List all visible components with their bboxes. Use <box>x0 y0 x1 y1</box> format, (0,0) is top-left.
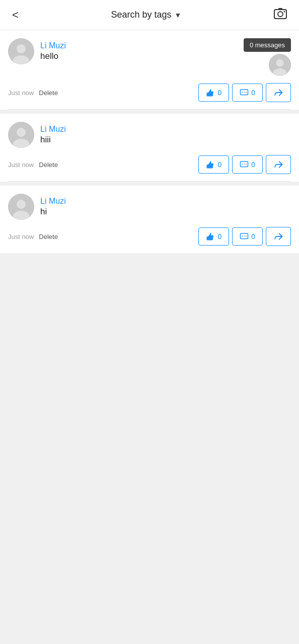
post-header: Li Muzi hi <box>8 194 291 220</box>
header-title-text: Search by tags <box>111 10 171 20</box>
post-username[interactable]: Li Muzi <box>40 41 66 50</box>
post-user-info: Li Muzi hiii <box>40 125 66 145</box>
post-card: Li Muzi hiii Just now Delete 0 <box>0 114 299 182</box>
svg-point-27 <box>246 235 247 236</box>
post-card: Li Muzi hello 0 messages Just now <box>0 30 299 110</box>
chevron-down-icon: ▼ <box>175 11 182 19</box>
post-feed: Li Muzi hello 0 messages Just now <box>0 30 299 253</box>
svg-point-11 <box>242 92 243 93</box>
comment-count: 0 <box>251 89 255 97</box>
svg-point-22 <box>17 200 26 209</box>
like-button[interactable]: 0 <box>198 155 229 174</box>
back-button[interactable]: < <box>8 5 23 26</box>
svg-point-3 <box>283 11 285 12</box>
post-actions: Just now Delete 0 0 <box>8 220 291 253</box>
comment-count: 0 <box>251 232 255 240</box>
like-count: 0 <box>217 89 221 97</box>
svg-point-19 <box>244 164 245 165</box>
like-button[interactable]: 0 <box>198 227 229 246</box>
svg-rect-2 <box>278 8 282 10</box>
like-count: 0 <box>217 232 221 240</box>
comment-count: 0 <box>251 160 255 169</box>
post-header-left: Li Muzi hi <box>8 194 66 220</box>
avatar <box>8 38 34 64</box>
post-user-info: Li Muzi hello <box>40 41 66 61</box>
svg-point-8 <box>276 59 284 67</box>
post-username[interactable]: Li Muzi <box>40 197 66 206</box>
avatar <box>8 194 34 220</box>
post-card: Li Muzi hi Just now Delete 0 <box>0 186 299 253</box>
post-actions: Just now Delete 0 0 <box>8 76 291 109</box>
post-username[interactable]: Li Muzi <box>40 125 66 134</box>
svg-point-25 <box>242 235 243 236</box>
post-header: Li Muzi hiii <box>8 122 291 148</box>
post-header-right: 0 messages <box>244 38 291 76</box>
svg-point-1 <box>278 12 283 17</box>
post-user-info: Li Muzi hi <box>40 197 66 217</box>
like-button[interactable]: 0 <box>198 84 229 102</box>
post-header-left: Li Muzi hiii <box>8 122 66 148</box>
comment-button[interactable]: 0 <box>232 227 263 246</box>
share-button[interactable] <box>266 83 291 102</box>
post-content: hello <box>40 51 66 61</box>
app-header: < Search by tags ▼ <box>0 0 299 30</box>
post-actions: Just now Delete 0 0 <box>8 148 291 181</box>
svg-point-13 <box>246 92 247 93</box>
svg-point-12 <box>244 92 245 93</box>
svg-point-18 <box>242 164 243 165</box>
like-count: 0 <box>217 160 221 169</box>
post-content: hi <box>40 207 66 217</box>
delete-button[interactable]: Delete <box>39 233 58 240</box>
post-header: Li Muzi hello 0 messages <box>8 38 291 76</box>
svg-point-26 <box>244 235 245 236</box>
messages-badge: 0 messages <box>244 38 291 52</box>
post-timestamp: Just now <box>8 233 34 240</box>
post-header-left: Li Muzi hello <box>8 38 66 64</box>
post-timestamp: Just now <box>8 161 34 169</box>
svg-point-20 <box>246 164 247 165</box>
post-timestamp: Just now <box>8 89 34 97</box>
comment-button[interactable]: 0 <box>232 155 263 174</box>
search-by-tags-title[interactable]: Search by tags ▼ <box>111 10 181 20</box>
svg-point-5 <box>17 44 26 53</box>
delete-button[interactable]: Delete <box>39 89 58 97</box>
avatar <box>8 122 34 148</box>
share-button[interactable] <box>266 227 291 246</box>
svg-point-15 <box>17 128 26 137</box>
comment-button[interactable]: 0 <box>232 84 263 102</box>
post-content: hiii <box>40 135 66 145</box>
camera-icon[interactable] <box>270 3 291 27</box>
share-button[interactable] <box>266 155 291 174</box>
delete-button[interactable]: Delete <box>39 161 58 169</box>
secondary-avatar <box>269 54 291 76</box>
